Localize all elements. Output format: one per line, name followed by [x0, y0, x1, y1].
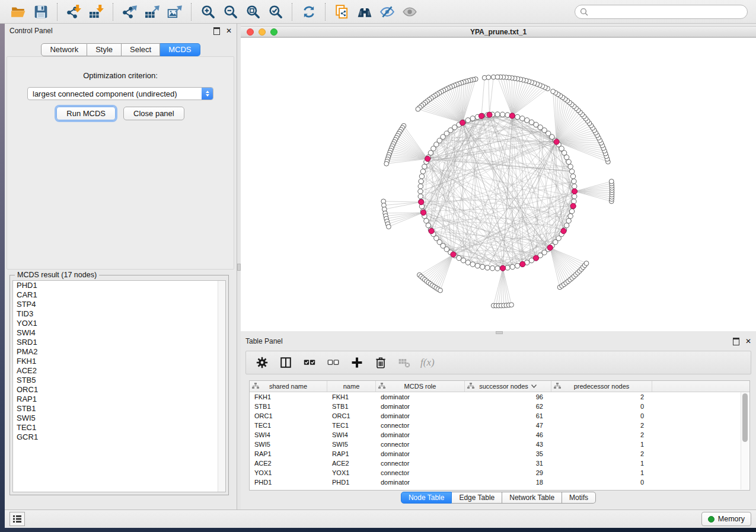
node-table[interactable]: shared namenameMCDS rolesuccessor nodesp…: [249, 380, 750, 491]
hide-graphics-details-button[interactable]: [377, 2, 397, 21]
column-header-shared-name[interactable]: shared name: [250, 381, 327, 392]
mcds-result-item[interactable]: STB1: [13, 404, 225, 414]
export-image-button[interactable]: [165, 2, 185, 21]
zoom-in-button[interactable]: [198, 2, 218, 21]
clone-network-button[interactable]: [332, 2, 352, 21]
table-row[interactable]: PHD1PHD1dominator180: [250, 477, 749, 487]
network-canvas[interactable]: [241, 37, 756, 331]
delete-icon: [374, 356, 387, 369]
network-column-icon: [378, 383, 385, 389]
mcds-result-item[interactable]: ORC1: [13, 385, 225, 395]
mcds-list-scrollbar[interactable]: [218, 281, 225, 492]
column-header-predecessor-nodes[interactable]: predecessor nodes: [551, 381, 652, 392]
mcds-result-item[interactable]: RAP1: [13, 395, 225, 404]
close-panel-button[interactable]: Close panel: [123, 107, 184, 120]
mcds-result-title: MCDS result (17 nodes): [15, 271, 99, 279]
mcds-result-item[interactable]: CAR1: [13, 290, 225, 300]
network-column-icon: [554, 383, 561, 389]
import-network-button[interactable]: [64, 2, 84, 21]
tab-edge-table[interactable]: Edge Table: [452, 492, 502, 504]
cell-successor_nodes: 43: [465, 440, 551, 449]
cell-successor_nodes: 46: [465, 430, 551, 440]
refresh-button[interactable]: [299, 2, 319, 21]
search-box[interactable]: [575, 5, 748, 19]
cell-successor_nodes: 96: [465, 392, 551, 402]
mcds-result-item[interactable]: YOX1: [13, 319, 225, 328]
mcds-result-item[interactable]: PHD1: [13, 281, 225, 290]
zoom-fit-button[interactable]: [243, 2, 263, 21]
table-row[interactable]: STB1STB1dominator620: [250, 402, 749, 411]
export-table-button[interactable]: [142, 2, 162, 21]
mcds-result-item[interactable]: TEC1: [13, 423, 225, 432]
delete-button[interactable]: [373, 355, 388, 370]
table-row[interactable]: ORC1ORC1dominator610: [250, 411, 749, 421]
cell-name: SWI4: [327, 430, 376, 440]
memory-status-icon: [708, 516, 714, 523]
float-table-panel-icon[interactable]: [733, 338, 739, 345]
table-scrollbar-thumb[interactable]: [742, 393, 748, 442]
export-network-button[interactable]: [120, 2, 140, 21]
mcds-result-item[interactable]: PMA2: [13, 347, 225, 357]
float-panel-icon[interactable]: [213, 27, 220, 35]
mcds-result-item[interactable]: GCR1: [13, 432, 225, 442]
column-label: name: [343, 383, 360, 390]
table-scrollbar[interactable]: [741, 392, 749, 489]
mcds-result-item[interactable]: TID3: [13, 309, 225, 319]
table-row[interactable]: SWI5SWI5connector431: [250, 440, 749, 449]
column-header-successor-nodes[interactable]: successor nodes: [465, 381, 551, 392]
run-mcds-button[interactable]: Run MCDS: [56, 107, 116, 120]
tab-motifs[interactable]: Motifs: [562, 492, 596, 504]
tab-select[interactable]: Select: [122, 43, 160, 56]
cell-predecessor_nodes: 0: [551, 411, 652, 421]
columns-button[interactable]: [278, 355, 294, 370]
task-history-button[interactable]: [9, 512, 25, 526]
import-table-button[interactable]: [87, 2, 107, 21]
tab-style[interactable]: Style: [87, 43, 122, 56]
optimization-criterion-select[interactable]: largest connected component (undirected): [27, 87, 213, 100]
search-objects-button[interactable]: [355, 2, 375, 21]
table-row[interactable]: RAP1RAP1dominator352: [250, 449, 749, 459]
cell-successor_nodes: 61: [465, 411, 551, 421]
column-header-name[interactable]: name: [327, 381, 376, 392]
cell-shared_name: TEC1: [250, 421, 327, 430]
mcds-result-list[interactable]: PHD1CAR1STP4TID3YOX1SWI4SRD1PMA2FKH1ACE2…: [12, 280, 226, 492]
table-row[interactable]: FKH1FKH1dominator962: [250, 392, 749, 402]
table-row[interactable]: TEC1TEC1connector472: [250, 421, 749, 430]
zoom-out-button[interactable]: [221, 2, 241, 21]
tab-network-table[interactable]: Network Table: [502, 492, 562, 504]
mcds-result-item[interactable]: STB5: [13, 376, 225, 385]
open-button[interactable]: [8, 2, 28, 21]
network-window-titlebar[interactable]: YPA_prune.txt_1: [241, 26, 756, 37]
search-input[interactable]: [591, 7, 742, 17]
table-row[interactable]: ACE2ACE2connector311: [250, 459, 749, 468]
mcds-result-item[interactable]: STP4: [13, 300, 225, 309]
tab-network[interactable]: Network: [41, 43, 87, 56]
cell-shared_name: ACE2: [250, 459, 327, 468]
settings-button[interactable]: [254, 355, 270, 370]
table-row[interactable]: YOX1YOX1connector291: [250, 468, 749, 477]
tab-node-table[interactable]: Node Table: [401, 492, 452, 504]
toolbar-separator: [292, 3, 293, 21]
network-view-window: YPA_prune.txt_1: [241, 24, 756, 331]
mcds-result-item[interactable]: FKH1: [13, 357, 225, 366]
column-header-MCDS-role[interactable]: MCDS role: [376, 381, 465, 392]
show-graphics-details-button[interactable]: [400, 2, 420, 21]
cell-name: YOX1: [327, 468, 376, 477]
add-button[interactable]: [349, 355, 365, 370]
zoom-selected-button[interactable]: [266, 2, 286, 21]
save-button[interactable]: [31, 2, 51, 21]
cell-successor_nodes: 29: [465, 468, 551, 477]
memory-button[interactable]: Memory: [701, 512, 751, 526]
mcds-result-item[interactable]: SRD1: [13, 338, 225, 347]
tab-mcds[interactable]: MCDS: [160, 43, 200, 56]
mcds-result-item[interactable]: SWI4: [13, 328, 225, 338]
close-panel-icon[interactable]: ✕: [226, 27, 232, 34]
mcds-result-item[interactable]: ACE2: [13, 366, 225, 376]
cell-successor_nodes: 18: [465, 477, 551, 487]
select-all-button[interactable]: [302, 355, 317, 370]
table-row[interactable]: SWI4SWI4dominator462: [250, 430, 749, 440]
close-table-panel-icon[interactable]: ✕: [745, 338, 751, 345]
deselect-all-button[interactable]: [326, 355, 341, 370]
mcds-result-item[interactable]: SWI5: [13, 414, 225, 423]
export-image-icon: [167, 4, 183, 20]
